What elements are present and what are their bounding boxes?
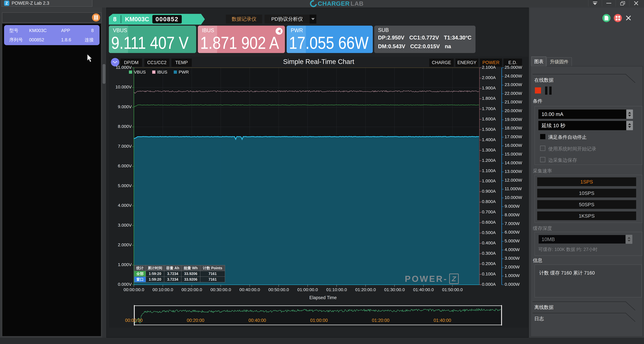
tab-upgrade-firmware[interactable]: 升级固件 [546, 57, 572, 66]
sub-dp: DP:2.950V [378, 35, 404, 41]
pwr-label: PWR [291, 27, 303, 34]
section-divider [532, 301, 626, 302]
grid-apps-icon[interactable] [614, 14, 622, 22]
spinner-up-icon [628, 112, 631, 114]
realtime-chart-svg[interactable] [130, 66, 514, 289]
stats-cell-cap: 3.7234 [164, 271, 181, 276]
buffer-depth-label: 缓存深度 [533, 225, 552, 232]
device-list-icon[interactable] [92, 14, 100, 22]
legend-item-vbus[interactable]: VBUS [129, 70, 146, 75]
panel-quick-icons [602, 14, 632, 22]
section-online-data[interactable]: 在线数据 [534, 77, 554, 84]
sidebar-toolbar [2, 12, 101, 23]
device-card[interactable]: 型号 KM003C APP 8 序列号 000852 1.8.6 连接 [4, 25, 100, 45]
autostop-checkbox[interactable] [540, 134, 545, 139]
buffer-dropdown[interactable]: 10MB [538, 235, 626, 244]
close-button[interactable] [629, 0, 643, 7]
rate-button-10sps[interactable]: 10SPS [537, 189, 636, 197]
ibus-meter[interactable]: IBUS 1.871 902 A [198, 26, 285, 53]
device-app-value: 8 [91, 28, 94, 33]
stats-header: 容量 Ah [164, 265, 181, 271]
stats-cell-cap: 3.7234 [164, 276, 181, 282]
badge-sn-box: 000852 [152, 15, 182, 24]
minimize-button[interactable] [602, 0, 616, 7]
sub-cc1: CC1:0.772V [409, 35, 439, 41]
rate-button-50sps[interactable]: 50SPS [537, 200, 636, 209]
badge-divider [121, 15, 121, 23]
duration-spinner[interactable] [626, 121, 633, 130]
legend-label: VBUS [134, 70, 146, 75]
power-z-lab-window: Z POWER-Z Lab 2.3 CHARGER LAB [0, 0, 644, 344]
sidebar-scrollbar[interactable] [102, 8, 106, 337]
chargerlab-c-icon [308, 0, 318, 9]
legend-item-ibus[interactable]: IBUS [152, 70, 167, 75]
rate-button-1ksps[interactable]: 1KSPS [537, 211, 636, 220]
chart-tab-energy[interactable]: ENERGY [456, 59, 478, 67]
chart-tab-temp[interactable]: TEMP [172, 59, 192, 67]
chart-tab-charge[interactable]: CHARGE [429, 59, 454, 67]
device-badge: 8 KM003C 000852 [109, 14, 205, 25]
pwr-meter[interactable]: PWR 17.055 66W [287, 26, 373, 53]
rate-button-1sps[interactable]: 1SPS [537, 177, 636, 186]
watermark-text: POWER- [405, 274, 448, 284]
sub-dm: DM:0.543V [378, 43, 405, 50]
badge-serial: 000852 [156, 16, 178, 23]
threshold-spinner[interactable] [626, 110, 633, 119]
tab-pd-analyzer[interactable]: PD协议分析仪 [264, 15, 310, 24]
savewhile-checkbox[interactable] [540, 157, 545, 162]
pause-icon[interactable] [545, 87, 552, 95]
minimize-icon [606, 3, 611, 4]
stats-cell-points: 7161 [200, 276, 225, 282]
section-offline-data[interactable]: 离线数据 [534, 304, 554, 311]
chart-tab-ed[interactable]: E.D. [504, 59, 522, 67]
pwr-value: 17.055 66W [289, 33, 368, 53]
restore-button[interactable] [616, 0, 629, 7]
buffer-spinner[interactable] [626, 235, 632, 244]
stats-header: 计数 Points [200, 265, 225, 271]
legend-item-pwr[interactable]: PWR [174, 70, 189, 75]
doc-export-icon[interactable] [602, 14, 610, 22]
chart-tab-power[interactable]: POWER [480, 59, 502, 67]
legend-swatch [174, 71, 177, 74]
collapse-button[interactable] [588, 0, 602, 7]
stats-cell-time: 1:59:20 [146, 271, 164, 276]
back-arrow-icon[interactable] [276, 28, 282, 35]
watermark-z-logo: Z [449, 273, 459, 284]
section-log[interactable]: 日志 [534, 315, 544, 322]
systime-checkbox[interactable] [540, 146, 545, 151]
dropdown-arrow-icon[interactable] [310, 15, 316, 24]
chart-tab-dpdm[interactable]: DP/DM [120, 59, 142, 67]
duration-input[interactable]: 延续 10 秒 [538, 121, 626, 130]
info-box [534, 264, 642, 297]
overview-tick-label: 01:20:00 [363, 318, 398, 323]
device-list [2, 23, 101, 336]
vbus-label: VBUS [113, 27, 127, 34]
tab-chart[interactable]: 图表 [532, 57, 546, 66]
stats-table-grid: 统计累计时间容量 Ah能量 Wh计数 Points全部1:59:203.7234… [134, 265, 225, 282]
panel-close-icon[interactable] [625, 15, 632, 21]
sub-na: na [445, 43, 451, 50]
legend-label: IBUS [157, 70, 167, 75]
chart-legend: VBUSIBUSPWR [129, 70, 189, 75]
device-sn-label: 序列号 [9, 37, 23, 43]
stats-header: 累计时间 [146, 265, 164, 271]
vbus-meter[interactable]: VBUS 9.111 407 V [109, 26, 196, 53]
chart-tab-cc1cc2[interactable]: CC1/CC2 [144, 59, 169, 67]
threshold-input[interactable]: 10.00 mA [538, 110, 626, 119]
ibus-value: 1.871 902 A [200, 33, 279, 53]
app-title: POWER-Z Lab 2.3 [12, 1, 49, 6]
stats-table: 统计累计时间容量 Ah能量 Wh计数 Points全部1:59:203.7234… [134, 265, 225, 282]
brand-charger: CHARGER [318, 0, 350, 7]
stats-cell-energy: 33.9206 [181, 271, 200, 276]
title-bar: Z POWER-Z Lab 2.3 CHARGER LAB [0, 0, 644, 7]
autostop-label: 满足条件自动停止 [548, 134, 587, 141]
overview-tick-label: 00:40:00 [240, 318, 275, 323]
sub-meter[interactable]: SUB DP:2.950V CC1:0.772V T1:34.30°C DM:0… [374, 26, 476, 53]
stop-icon[interactable] [535, 87, 541, 94]
tab-data-recorder[interactable]: 数据记录仪 [226, 15, 262, 24]
overview-tick-label: 01:40:00 [425, 318, 460, 323]
stats-header: 统计 [134, 265, 146, 271]
sidebar-scrollbar-handle[interactable] [102, 64, 106, 84]
waveform-icon[interactable] [111, 58, 119, 66]
sub-cc2: CC2:0.015V [410, 43, 440, 50]
